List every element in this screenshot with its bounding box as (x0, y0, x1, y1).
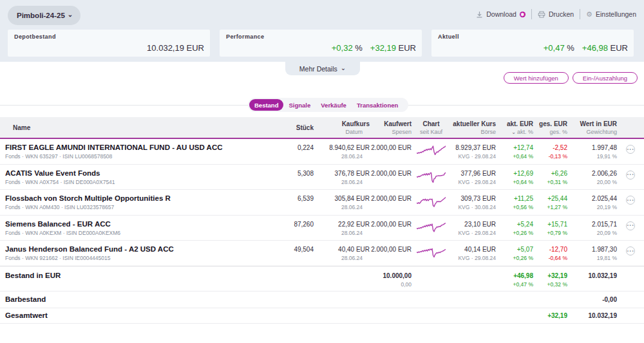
row-options-button[interactable]: ··· (626, 171, 635, 180)
total-change-cell: +32,19 (533, 308, 567, 323)
sparkline-chart[interactable] (412, 139, 451, 164)
divider (531, 9, 532, 19)
column-header[interactable]: Wert in EURGewichtung (567, 120, 617, 135)
cell-subvalue: 19,91 % (567, 153, 617, 160)
column-title: akt. EUR (496, 120, 533, 127)
total-change-cell: +32,19+0,32 % (533, 266, 567, 291)
chart-cell (412, 308, 451, 323)
cell-subvalue: KVG · 29.08.24 (451, 179, 496, 186)
cell-subvalue: 20,19 % (567, 204, 617, 211)
column-subtitle: Datum (345, 129, 363, 135)
tab-signale[interactable]: Signale (283, 99, 316, 111)
print-button[interactable]: Drucken (538, 10, 574, 18)
table-row: FIRST EAGLE AMUNDI INTERNATIONAL FUND - … (0, 139, 644, 165)
column-header[interactable]: Name (0, 124, 275, 131)
portfolio-selector[interactable]: Pimboli-24-25 ⌄ (8, 6, 80, 25)
cell-value: 2.015,71 (567, 220, 617, 228)
performance-value: +0,32 %+32,19 EUR (332, 43, 416, 53)
sparkline-chart[interactable] (412, 190, 451, 215)
chart-cell (412, 292, 451, 308)
row-menu: ··· (617, 190, 644, 215)
day-change-cell: +5,07+0,26 % (496, 241, 533, 266)
performance-card: Performance +0,32 %+32,19 EUR (220, 30, 422, 57)
cell-value: 5,308 (275, 169, 314, 178)
total-change-cell: -12,70-0,64 % (533, 241, 567, 266)
shares-cell (275, 308, 314, 323)
buy-price-cell: 22,92 EUR28.06.24 (314, 216, 370, 241)
fund-name-cell: ACATIS Value Event FondsFonds · WKN A0X7… (0, 165, 275, 190)
print-label: Drucken (549, 10, 574, 18)
day-change-cell (496, 308, 533, 323)
cell-value: 1.997,48 (567, 144, 617, 152)
holdings-table: NameStückKaufkursDatumKaufwertSpesenChar… (0, 117, 644, 324)
cell-value: +5,24 (496, 220, 533, 228)
column-header[interactable]: Stück (275, 124, 314, 131)
sparkline-chart[interactable] (412, 165, 451, 190)
cell-value: 377,96 EUR (451, 169, 496, 178)
fund-name[interactable]: Janus Henderson Balanced Fund - A2 USD A… (5, 245, 275, 254)
sparkline-chart[interactable] (412, 241, 451, 266)
percent-unit: % (565, 43, 574, 53)
summary-row: Gesamtwert+32,1910.032,19 (0, 308, 644, 324)
row-options-button[interactable]: ··· (626, 246, 635, 255)
summary-row: Barbestand-0,00 (0, 292, 644, 309)
more-details-button[interactable]: Mehr Details ⌄ (285, 62, 360, 75)
column-header[interactable]: KaufkursDatum (314, 120, 370, 135)
column-subheader: ges. % (533, 129, 567, 135)
deposit-withdraw-button[interactable]: Ein-/Auszahlung (573, 72, 638, 84)
cell-subvalue: 28.06.24 (314, 230, 370, 237)
current-price-cell (451, 292, 496, 308)
row-options-button[interactable]: ··· (626, 221, 635, 230)
amount-change: +32,19 (370, 43, 396, 53)
tab-bestand[interactable]: Bestand (249, 99, 283, 111)
download-button[interactable]: Download ✱ (476, 10, 526, 18)
column-header[interactable]: Chartseit Kauf (412, 120, 451, 135)
table-row: Janus Henderson Balanced Fund - A2 USD A… (0, 241, 644, 266)
current-price-cell (451, 266, 496, 291)
chevron-down-icon: ⌄ (341, 65, 346, 71)
column-subheader: Gewichtung (567, 129, 617, 135)
tab-verkäufe[interactable]: Verkäufe (316, 99, 352, 111)
summary-label: Barbestand (5, 295, 275, 304)
card-label: Performance (226, 33, 264, 40)
column-subheader: ⌄akt. % (496, 129, 533, 135)
column-subheader: seit Kauf (412, 129, 451, 135)
cell-subvalue: +0,64 % (496, 153, 533, 160)
cell-subvalue: +0,79 % (533, 230, 567, 237)
cell-value: 87,260 (275, 220, 314, 228)
buy-price-cell: 8.940,62 EUR28.06.24 (314, 139, 370, 164)
buy-value-cell: 2.000,00 EUR (370, 216, 412, 241)
tabs-bar: BestandSignaleVerkäufeTransaktionen (0, 98, 644, 112)
cell-subvalue: KVG · 29.08.24 (451, 255, 496, 262)
shares-cell: 6,539 (275, 190, 314, 215)
card-label: Aktuell (438, 33, 459, 40)
shares-cell (275, 266, 314, 291)
cell-value: 2.000,00 EUR (370, 144, 412, 152)
chart-cell (412, 266, 451, 291)
tab-transaktionen[interactable]: Transaktionen (352, 99, 403, 111)
column-header[interactable]: ges. EURges. % (533, 120, 567, 135)
cell-subvalue: 19,81 % (567, 255, 617, 262)
buy-value-cell: 2.000,00 EUR (370, 165, 412, 190)
column-header[interactable]: KaufwertSpesen (370, 120, 412, 135)
summary-cards: Depotbestand 10.032,19 EUR Performance +… (8, 30, 634, 57)
fund-name[interactable]: Flossbach von Storch Multiple Opportunit… (5, 194, 275, 203)
column-subtitle: ges. % (549, 129, 567, 135)
sparkline-chart[interactable] (412, 216, 451, 241)
cell-value: 8.940,62 EUR (314, 144, 370, 152)
fund-name-cell: Siemens Balanced - EUR ACCFonds · WKN A0… (0, 216, 275, 241)
column-header[interactable]: akt. EUR⌄akt. % (496, 120, 533, 135)
column-header[interactable]: aktueller KursBörse (451, 120, 496, 135)
fund-name[interactable]: Siemens Balanced - EUR ACC (5, 220, 275, 228)
row-options-button[interactable]: ··· (626, 145, 635, 154)
cell-value: 2.025,44 (567, 194, 617, 203)
column-subtitle: Börse (480, 129, 496, 135)
value-cell: 10.032,19 (567, 308, 617, 323)
fund-name[interactable]: FIRST EAGLE AMUNDI INTERNATIONAL FUND - … (5, 144, 275, 152)
row-options-button[interactable]: ··· (626, 196, 635, 205)
add-value-button[interactable]: Wert hinzufügen (504, 72, 569, 84)
buy-value-cell: 2.000,00 EUR (370, 241, 412, 266)
settings-button[interactable]: ⚙ Einstellungen (586, 10, 636, 19)
more-details-label: Mehr Details (299, 65, 337, 73)
fund-name[interactable]: ACATIS Value Event Fonds (5, 169, 275, 178)
